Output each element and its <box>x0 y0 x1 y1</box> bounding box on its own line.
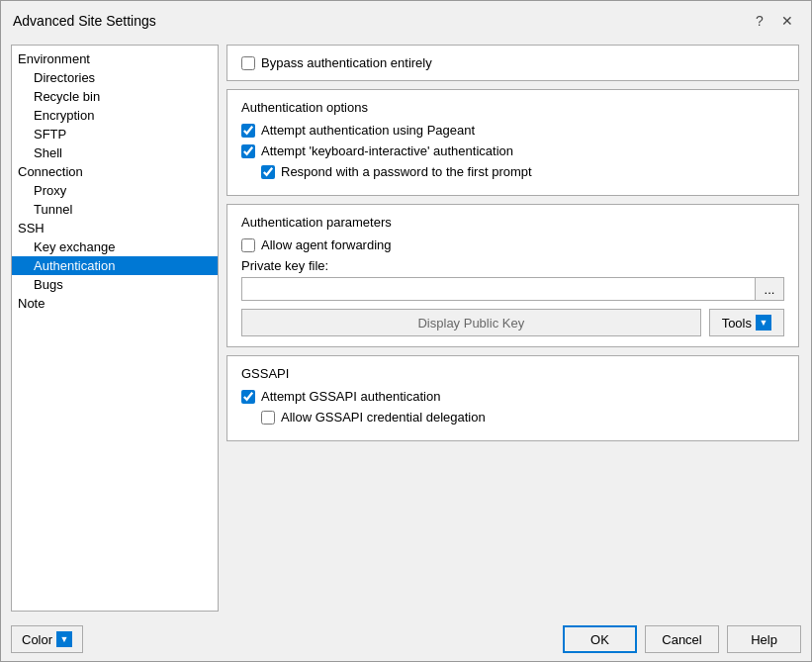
help-dialog-button[interactable]: Help <box>727 625 801 653</box>
tools-button[interactable]: Tools ▼ <box>709 309 784 336</box>
tree-item-environment[interactable]: Environment <box>12 49 218 68</box>
auth-option-checkbox-0[interactable] <box>241 124 255 138</box>
dialog-title: Advanced Site Settings <box>13 13 156 29</box>
auth-option-row-1: Attempt 'keyboard-interactive' authentic… <box>241 143 784 158</box>
color-button[interactable]: Color ▼ <box>11 625 83 653</box>
tree-item-shell[interactable]: Shell <box>12 143 218 162</box>
allow-forwarding-checkbox[interactable] <box>241 238 255 252</box>
dialog-content: EnvironmentDirectoriesRecycle binEncrypt… <box>1 39 811 617</box>
advanced-site-settings-dialog: Advanced Site Settings ? ✕ EnvironmentDi… <box>0 0 812 662</box>
auth-options-list: Attempt authentication using PageantAtte… <box>241 123 784 179</box>
auth-params-title: Authentication parameters <box>241 215 784 230</box>
bottom-right: OK Cancel Help <box>563 625 801 653</box>
tree-item-directories[interactable]: Directories <box>12 68 218 87</box>
auth-options-section: Authentication options Attempt authentic… <box>226 89 799 196</box>
bypass-checkbox[interactable] <box>241 56 255 70</box>
auth-option-label-0: Attempt authentication using Pageant <box>261 123 475 138</box>
auth-params-section: Authentication parameters Allow agent fo… <box>226 204 799 347</box>
close-button[interactable]: ✕ <box>775 9 799 33</box>
private-key-input[interactable] <box>241 277 755 301</box>
ok-button[interactable]: OK <box>563 625 637 653</box>
help-button[interactable]: ? <box>748 9 771 33</box>
allow-forwarding-row: Allow agent forwarding <box>241 237 784 252</box>
bottom-left: Color ▼ <box>11 625 83 653</box>
tools-dropdown-icon: ▼ <box>756 315 771 331</box>
tree-item-authentication[interactable]: Authentication <box>12 256 218 275</box>
browse-button[interactable]: ... <box>755 277 784 301</box>
gssapi-list: Attempt GSSAPI authenticationAllow GSSAP… <box>241 389 784 425</box>
title-bar-buttons: ? ✕ <box>748 9 799 33</box>
tree-panel: EnvironmentDirectoriesRecycle binEncrypt… <box>11 45 219 612</box>
tree-item-note[interactable]: Note <box>12 294 218 313</box>
gssapi-title: GSSAPI <box>241 366 784 381</box>
auth-option-checkbox-2[interactable] <box>261 165 275 179</box>
gssapi-checkbox-1[interactable] <box>261 411 275 425</box>
color-label: Color <box>22 632 52 647</box>
tree-item-ssh[interactable]: SSH <box>12 219 218 237</box>
auth-option-checkbox-1[interactable] <box>241 144 255 158</box>
tree-item-encryption[interactable]: Encryption <box>12 106 218 125</box>
tree-item-proxy[interactable]: Proxy <box>12 181 218 200</box>
gssapi-checkbox-0[interactable] <box>241 390 255 404</box>
allow-forwarding-label: Allow agent forwarding <box>261 237 392 252</box>
auth-option-row-0: Attempt authentication using Pageant <box>241 123 784 138</box>
title-bar: Advanced Site Settings ? ✕ <box>1 1 811 39</box>
gssapi-item-row-0: Attempt GSSAPI authentication <box>241 389 784 404</box>
main-panel: Bypass authentication entirely Authentic… <box>226 45 801 612</box>
bypass-label: Bypass authentication entirely <box>261 55 432 70</box>
gssapi-item-row-1: Allow GSSAPI credential delegation <box>241 410 784 425</box>
tree-item-recycle-bin[interactable]: Recycle bin <box>12 87 218 106</box>
auth-option-row-2: Respond with a password to the first pro… <box>241 164 784 179</box>
auth-options-title: Authentication options <box>241 100 784 115</box>
auth-option-label-1: Attempt 'keyboard-interactive' authentic… <box>261 143 513 158</box>
tools-label: Tools <box>722 316 752 331</box>
cancel-button[interactable]: Cancel <box>645 625 719 653</box>
tree-item-sftp[interactable]: SFTP <box>12 125 218 143</box>
private-key-row: ... <box>241 277 784 301</box>
bypass-section: Bypass authentication entirely <box>226 45 799 81</box>
gssapi-label-0: Attempt GSSAPI authentication <box>261 389 440 404</box>
display-public-key-button[interactable]: Display Public Key <box>241 309 701 336</box>
tree-item-key-exchange[interactable]: Key exchange <box>12 237 218 256</box>
action-row: Display Public Key Tools ▼ <box>241 309 784 336</box>
tree-item-connection[interactable]: Connection <box>12 162 218 181</box>
private-key-label: Private key file: <box>241 258 784 273</box>
auth-option-label-2: Respond with a password to the first pro… <box>281 164 532 179</box>
color-dropdown-icon: ▼ <box>56 631 72 647</box>
gssapi-label-1: Allow GSSAPI credential delegation <box>281 410 486 425</box>
bottom-bar: Color ▼ OK Cancel Help <box>1 617 811 661</box>
tree-item-bugs[interactable]: Bugs <box>12 275 218 294</box>
gssapi-section: GSSAPI Attempt GSSAPI authenticationAllo… <box>226 355 799 441</box>
tree-item-tunnel[interactable]: Tunnel <box>12 200 218 219</box>
